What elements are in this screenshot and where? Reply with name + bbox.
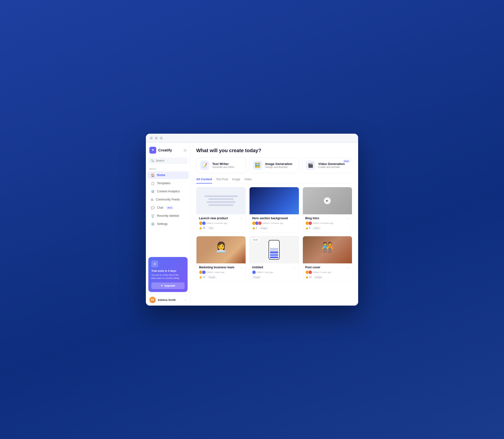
phone-mockup [269,240,280,260]
sidebar-user: AS Adelina Smith → [146,294,190,306]
card-title-row-launch: Launch new product ··· [199,216,243,220]
user-avatar: AS [149,297,156,303]
chat-icon: 💬 [151,206,155,210]
card-more-untitled[interactable]: ··· [293,265,296,269]
sidebar-search-container[interactable]: 🔍 [148,158,188,164]
content-card-marketing[interactable]: Marketing business team ··· Edited 1 wee… [196,236,246,282]
sidebar-item-chat[interactable]: 💬 Chat Beta [147,204,189,212]
tab-text-post[interactable]: Text Post [216,178,228,183]
card-title-untitled: Untitled [252,266,263,269]
card-edit-time-launch: Edited 3 minutes ago [206,222,227,224]
play-button-blog[interactable]: ▶ [324,197,331,204]
sidebar-item-deleted-label: Recently deleted [157,214,179,218]
video-gen-icon: 🎬 [308,163,313,168]
card-title-blog: Blog Intro [305,217,319,220]
tab-video[interactable]: Video [244,178,252,183]
text-writer-icon-wrap: 📝 [200,161,209,170]
card-edit-time-marketing: Edited 1 week ago [206,271,225,274]
content-card-post-cover[interactable]: Post cover ··· Edited 2 hours ago [303,236,352,282]
trial-card: ✦ Trial ends in 4 days You are on a free… [148,257,188,292]
tool-card-video-generation[interactable]: 🎬 Video Generation Create and animate Be… [302,157,352,173]
card-more-launch[interactable]: ··· [240,216,243,220]
tool-card-text-writer[interactable]: 📝 Text Writer Generate and refine [196,157,246,173]
card-more-marketing[interactable]: ··· [240,265,243,269]
avatars-launch [199,221,205,225]
tool-card-image-generation[interactable]: 🖼️ Image Generation Design and illustrat… [249,157,299,173]
card-more-hero[interactable]: ··· [293,216,296,220]
sidebar-item-settings[interactable]: ⚙️ Settings [147,220,189,228]
search-input[interactable] [156,159,185,162]
content-type-marketing: Image [207,275,216,279]
sidebar-item-templates[interactable]: 📋 Templates [147,180,189,187]
thumbs-up-icon-hero: 👍 [252,227,255,229]
card-stats-launch: 👍 25 Text [199,226,243,230]
sidebar-item-home-label: Home [157,173,165,177]
thumbs-up-icon: 👍 [199,227,202,229]
app-logo-text: Creatify [158,148,172,152]
card-meta-untitled: Edited 1 day ago [252,270,296,274]
sidebar-collapse-button[interactable]: ⊟ [184,148,187,152]
sidebar-item-content-analytics[interactable]: ⚙️ Content Analytics [147,188,189,195]
sidebar-item-chat-label: Chat [157,206,163,209]
trial-icon: ✦ [151,260,158,267]
sidebar-item-templates-label: Templates [157,182,171,185]
card-thumb-launch [196,187,246,214]
thumbs-up-icon-marketing: 👍 [199,276,202,278]
sidebar-item-analytics-label: Content Analytics [157,190,180,193]
card-stats-marketing: 👍 12 Image [199,275,243,279]
sidebar-logo[interactable]: ✦ Creatify ⊟ [146,143,190,156]
stat-likes-post-cover: 👍 12 [305,276,312,278]
card-title-marketing: Marketing business team [199,266,234,269]
video-beta-badge: Beta [343,160,350,163]
card-body-post-cover: Post cover ··· Edited 2 hours ago [303,263,352,281]
templates-icon: 📋 [151,182,155,185]
outer-background: ✦ Creatify ⊟ 🔍 MENU 🏠 Home 📋 [0,0,504,439]
mini-avatar-post-2 [308,270,312,274]
card-edit-time-hero: Edited 3 minutes ago [262,222,283,224]
card-more-blog[interactable]: ··· [347,216,349,220]
stat-likes-launch: 👍 25 [199,227,205,229]
tab-image[interactable]: Image [232,178,240,183]
card-thumb-post-cover [303,236,352,263]
card-body-launch: Launch new product ··· Edited 3 minutes … [196,214,246,232]
trial-title: Trial ends in 4 days [151,269,185,272]
card-title-row-hero: Hero section background ··· [252,216,296,220]
card-stats-untitled: Image [252,275,296,279]
avatars-blog [305,221,311,225]
avatars-marketing [199,270,205,274]
content-card-untitled[interactable]: Draft Untitled ··· [249,236,299,282]
upgrade-button[interactable]: ✦ Upgrade [151,282,185,289]
avatars-post-cover [305,270,311,274]
content-type-blog: Video [312,226,321,230]
text-writer-info: Text Writer Generate and refine [212,162,234,168]
sidebar-item-recently-deleted[interactable]: 🗑️ Recently deleted [147,212,189,220]
text-writer-title: Text Writer [212,162,234,166]
likes-count-launch: 25 [203,227,205,229]
logout-button[interactable]: → [184,298,187,302]
likes-count-blog: 6 [309,227,310,229]
card-body-marketing: Marketing business team ··· Edited 1 wee… [196,263,246,281]
likes-count-hero: 0 [256,227,257,229]
card-more-post-cover[interactable]: ··· [347,265,349,269]
avatars-hero [252,221,261,225]
search-icon: 🔍 [151,159,154,162]
card-body-blog: Blog Intro ··· Edited 3 minutes ago [303,214,352,232]
mini-avatar-2 [202,221,206,225]
content-card-launch-new-product[interactable]: Launch new product ··· Edited 3 minutes … [196,187,246,233]
card-stats-hero: 👍 0 Image [252,226,296,230]
sidebar-item-community-feeds[interactable]: ⊞ Community Feeds [147,196,189,203]
sidebar-item-home[interactable]: 🏠 Home [147,171,189,179]
sidebar: ✦ Creatify ⊟ 🔍 MENU 🏠 Home 📋 [146,143,190,306]
card-meta-launch: Edited 3 minutes ago [199,221,243,225]
user-initials: AS [151,298,154,301]
tool-cards: 📝 Text Writer Generate and refine 🖼️ [196,157,352,173]
mini-avatar-untitled-1 [252,270,256,274]
tab-all-content[interactable]: All Content [196,178,212,183]
card-meta-marketing: Edited 1 week ago [199,270,243,274]
card-body-hero: Hero section background ··· Edited 3 min… [250,214,299,232]
content-card-blog-intro[interactable]: ▶ Blog Intro ··· [303,187,352,233]
content-card-hero-section[interactable]: Hero section background ··· Edited 3 min… [249,187,299,233]
thumb-line-4 [209,204,233,206]
mini-avatar-hero-3 [258,221,262,225]
sidebar-spacer [146,228,190,255]
